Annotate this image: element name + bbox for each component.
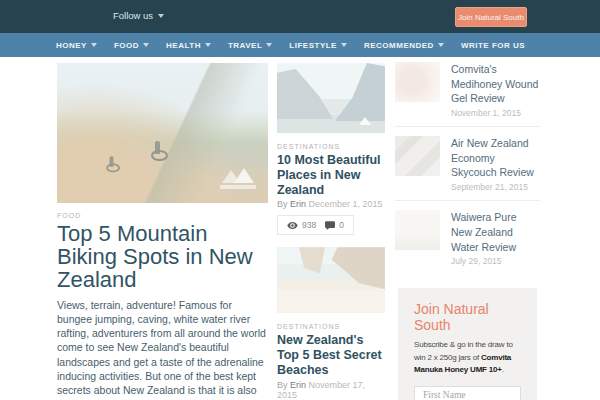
join-natural-south-button[interactable]: Join Natural South bbox=[455, 7, 527, 27]
article-title-link[interactable]: Waiwera Pure New Zealand Water Review bbox=[451, 210, 540, 254]
top-bar: Follow us Join Natural South bbox=[0, 0, 600, 33]
publish-date: July 29, 2015 bbox=[451, 256, 540, 266]
comments-count: 0 bbox=[339, 220, 344, 230]
article-image[interactable] bbox=[277, 247, 385, 313]
sidebar: Comvita's Medihoney Wound Gel Review Nov… bbox=[395, 62, 540, 400]
nav-item-label: WRITE FOR US bbox=[461, 41, 525, 50]
featured-article: FOOD Top 5 Mountain Biking Spots in New … bbox=[57, 63, 268, 400]
nav-item-food[interactable]: FOOD bbox=[114, 41, 149, 50]
watermark-logo bbox=[359, 117, 371, 125]
article-thumbnail[interactable] bbox=[395, 136, 440, 176]
by-label: By bbox=[277, 380, 288, 390]
publish-date: September 21, 2015 bbox=[451, 182, 540, 192]
cyclist-silhouette bbox=[155, 141, 160, 154]
sidebar-article[interactable]: Comvita's Medihoney Wound Gel Review Nov… bbox=[395, 62, 540, 127]
nav-item-travel[interactable]: TRAVEL bbox=[228, 41, 272, 50]
views-count: 938 bbox=[302, 220, 316, 230]
chevron-down-icon bbox=[341, 43, 347, 47]
article-byline: By Erin December 1, 2015 bbox=[277, 199, 385, 209]
comments-stat: 0 bbox=[325, 220, 344, 230]
signup-description: Subscribe & go in the draw to win 2 x 25… bbox=[414, 339, 521, 376]
newsletter-signup-box: Join Natural South Subscribe & go in the… bbox=[398, 288, 537, 400]
article-byline: By Erin November 17, 2015 bbox=[277, 380, 385, 400]
sidebar-article-text: Air New Zealand Economy Skycouch Review … bbox=[451, 136, 540, 192]
article-image[interactable] bbox=[277, 63, 385, 133]
cliff-shape bbox=[299, 247, 325, 273]
article-thumbnail[interactable] bbox=[395, 62, 440, 102]
article-card: DESTINATIONS New Zealand's Top 5 Best Se… bbox=[277, 247, 385, 400]
nav-item-recommended[interactable]: RECOMMENDED bbox=[364, 41, 444, 50]
featured-title-link[interactable]: Top 5 Mountain Biking Spots in New Zeala… bbox=[57, 222, 268, 291]
cliff-shape bbox=[327, 247, 385, 289]
follow-us-label: Follow us bbox=[113, 10, 153, 21]
sidebar-article-text: Waiwera Pure New Zealand Water Review Ju… bbox=[451, 210, 540, 266]
chevron-down-icon bbox=[438, 43, 444, 47]
article-card: DESTINATIONS 10 Most Beautiful Places in… bbox=[277, 63, 385, 235]
sidebar-article-text: Comvita's Medihoney Wound Gel Review Nov… bbox=[451, 62, 540, 118]
nav-item-label: RECOMMENDED bbox=[364, 41, 434, 50]
chevron-down-icon bbox=[205, 43, 211, 47]
first-name-field[interactable] bbox=[414, 386, 521, 400]
article-thumbnail[interactable] bbox=[395, 210, 440, 250]
signup-heading: Join Natural South bbox=[414, 301, 521, 333]
follow-us-dropdown[interactable]: Follow us bbox=[113, 10, 164, 21]
watermark-logo bbox=[218, 165, 258, 191]
comment-icon bbox=[325, 221, 335, 230]
category-link[interactable]: DESTINATIONS bbox=[277, 143, 385, 150]
sidebar-article[interactable]: Waiwera Pure New Zealand Water Review Ju… bbox=[395, 210, 540, 274]
views-stat: 938 bbox=[287, 220, 316, 230]
nav-item-lifestyle[interactable]: LIFESTYLE bbox=[289, 41, 347, 50]
publish-date: December 1, 2015 bbox=[309, 199, 383, 209]
featured-category-link[interactable]: FOOD bbox=[57, 212, 268, 219]
author-link[interactable]: Erin bbox=[290, 199, 306, 209]
article-title-link[interactable]: Air New Zealand Economy Skycouch Review bbox=[451, 136, 540, 180]
nav-item-label: HEALTH bbox=[166, 41, 201, 50]
sidebar-article[interactable]: Air New Zealand Economy Skycouch Review … bbox=[395, 136, 540, 201]
eye-icon bbox=[287, 222, 298, 229]
chevron-down-icon bbox=[266, 43, 272, 47]
featured-article-image[interactable] bbox=[57, 63, 268, 203]
nav-item-label: TRAVEL bbox=[228, 41, 262, 50]
nav-item-honey[interactable]: HONEY bbox=[56, 41, 97, 50]
article-list-column: DESTINATIONS 10 Most Beautiful Places in… bbox=[277, 63, 385, 400]
page: Follow us Join Natural South HONEY FOOD … bbox=[0, 0, 600, 400]
nav-item-health[interactable]: HEALTH bbox=[166, 41, 211, 50]
article-title-link[interactable]: New Zealand's Top 5 Best Secret Beaches bbox=[277, 333, 385, 377]
author-link[interactable]: Erin bbox=[290, 380, 306, 390]
mountain-shape bbox=[277, 69, 333, 119]
article-title-link[interactable]: 10 Most Beautiful Places in New Zealand bbox=[277, 153, 385, 197]
featured-excerpt: Views, terrain, adventure! Famous for bu… bbox=[57, 298, 268, 400]
chevron-down-icon bbox=[143, 43, 149, 47]
article-stats: 938 0 bbox=[277, 215, 354, 235]
mountain-shape bbox=[335, 63, 385, 121]
nav-item-write-for-us[interactable]: WRITE FOR US bbox=[461, 41, 525, 50]
signup-text-after: . bbox=[502, 365, 504, 374]
nav-item-label: HONEY bbox=[56, 41, 87, 50]
cyclist-silhouette bbox=[110, 156, 114, 166]
article-title-link[interactable]: Comvita's Medihoney Wound Gel Review bbox=[451, 62, 540, 106]
publish-date: November 1, 2015 bbox=[451, 108, 540, 118]
by-label: By bbox=[277, 199, 288, 209]
nav-item-label: FOOD bbox=[114, 41, 139, 50]
chevron-down-icon bbox=[91, 43, 97, 47]
main-navigation: HONEY FOOD HEALTH TRAVEL LIFESTYLE RECOM… bbox=[0, 33, 600, 57]
category-link[interactable]: DESTINATIONS bbox=[277, 323, 385, 330]
nav-item-label: LIFESTYLE bbox=[289, 41, 337, 50]
chevron-down-icon bbox=[158, 14, 164, 18]
